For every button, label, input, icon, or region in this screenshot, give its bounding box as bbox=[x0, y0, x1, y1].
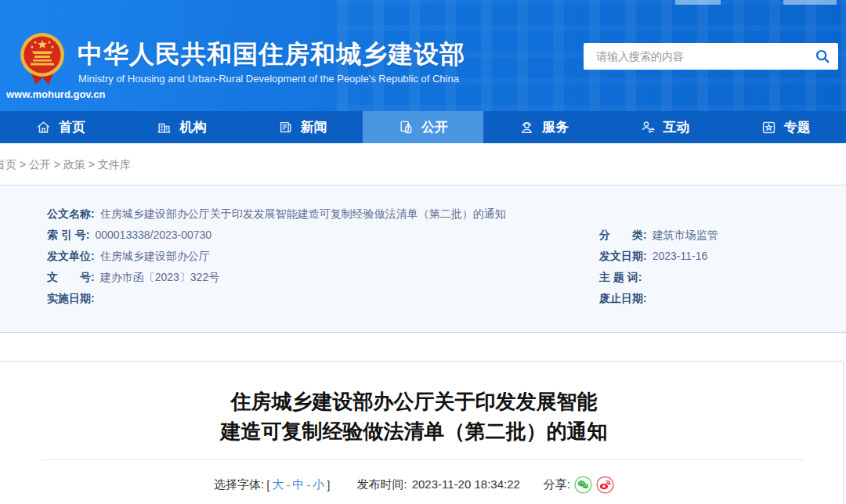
meta-row-implementation-date: 实施日期: bbox=[47, 292, 100, 306]
separator: - bbox=[286, 478, 290, 491]
meta-label: 发文日期: bbox=[599, 250, 647, 262]
share-label: 分享: bbox=[544, 477, 570, 492]
nav-label: 公开 bbox=[421, 118, 448, 136]
breadcrumb-strip: 首页 > 公开 > 政策 > 文件库 bbox=[0, 143, 846, 185]
font-size-small[interactable]: 小 bbox=[313, 477, 324, 492]
meta-row-index-number: 索 引 号:000013338/2023-00730 bbox=[47, 229, 212, 243]
nav-item-service[interactable]: 服务 bbox=[483, 111, 604, 143]
top-links-fragment bbox=[783, 0, 837, 5]
nav-label: 首页 bbox=[59, 118, 85, 136]
site-header: www.mohurd.gov.cn 中华人民共和国住房和城乡建设部 Minist… bbox=[0, 0, 846, 111]
site-title: 中华人民共和国住房和城乡建设部 bbox=[78, 38, 465, 72]
publish-time: 发布时间:2023-11-20 18:34:22 bbox=[357, 477, 520, 492]
topics-icon bbox=[761, 119, 777, 135]
nav-label: 服务 bbox=[542, 118, 569, 136]
home-icon bbox=[35, 119, 52, 135]
article-title-line2: 建造可复制经验做法清单（第二批）的通知 bbox=[0, 416, 843, 446]
meta-row-repeal-date: 废止日期: bbox=[599, 292, 653, 306]
site-url: www.mohurd.gov.cn bbox=[6, 88, 139, 100]
meta-value: 建筑市场监管 bbox=[653, 229, 718, 241]
font-size-selector: 选择字体: [ 大 - 中 - 小 ] bbox=[214, 477, 331, 492]
meta-label: 发文单位: bbox=[47, 250, 95, 262]
font-size-medium[interactable]: 中 bbox=[292, 477, 304, 492]
meta-row-keywords: 主 题 词: bbox=[599, 271, 647, 285]
meta-row-category: 分 类:建筑市场监管 bbox=[599, 229, 718, 243]
bracket-close: ] bbox=[327, 478, 330, 491]
meta-value: 住房城乡建设部办公厅 bbox=[100, 250, 210, 262]
bracket-open: [ bbox=[266, 478, 269, 491]
article-meta-row: 选择字体: [ 大 - 中 - 小 ] 发布时间:2023-11-20 18:3… bbox=[0, 471, 843, 498]
news-icon bbox=[277, 119, 294, 135]
nav-item-interaction[interactable]: 互动 bbox=[604, 111, 725, 143]
article-panel: 住房城乡建设部办公厅关于印发发展智能 建造可复制经验做法清单（第二批）的通知 选… bbox=[0, 361, 844, 504]
interaction-icon bbox=[640, 119, 656, 135]
search-box bbox=[584, 43, 838, 70]
article-divider bbox=[42, 459, 803, 460]
service-icon bbox=[519, 119, 535, 135]
publish-time-value: 2023-11-20 18:34:22 bbox=[412, 477, 520, 491]
meta-value: 住房城乡建设部办公厅关于印发发展智能建造可复制经验做法清单（第二批）的通知 bbox=[100, 207, 506, 220]
meta-label: 主 题 词: bbox=[599, 271, 642, 283]
meta-row-issuing-unit: 发文单位:住房城乡建设部办公厅 bbox=[47, 250, 210, 264]
nav-item-news[interactable]: 新闻 bbox=[242, 111, 363, 143]
meta-label: 索 引 号: bbox=[47, 229, 89, 241]
meta-label: 分 类: bbox=[599, 229, 647, 241]
meta-row-doc-number: 文 号:建办市函〔2023〕322号 bbox=[47, 271, 219, 285]
nav-item-home[interactable]: 首页 bbox=[0, 111, 121, 143]
search-input[interactable] bbox=[595, 49, 807, 63]
wechat-icon[interactable] bbox=[574, 476, 592, 494]
nav-label: 机构 bbox=[179, 118, 206, 136]
meta-row-issue-date: 发文日期:2023-11-16 bbox=[599, 250, 707, 264]
meta-label: 废止日期: bbox=[599, 292, 647, 304]
organization-icon bbox=[156, 119, 172, 135]
nav-item-organization[interactable]: 机构 bbox=[121, 111, 241, 143]
nav-label: 新闻 bbox=[301, 118, 327, 136]
nav-label: 专题 bbox=[784, 118, 811, 136]
nav-item-disclosure[interactable]: 公开 bbox=[363, 111, 483, 143]
weibo-icon[interactable] bbox=[596, 476, 614, 494]
font-size-large[interactable]: 大 bbox=[272, 477, 284, 492]
font-select-label: 选择字体: bbox=[214, 477, 264, 492]
nav-label: 互动 bbox=[663, 118, 690, 136]
meta-value: 2023-11-16 bbox=[653, 250, 708, 262]
site-subtitle-en: Ministry of Housing and Urban-Rural Deve… bbox=[78, 73, 459, 85]
share-group: 分享: bbox=[544, 476, 614, 494]
search-icon[interactable] bbox=[807, 43, 838, 70]
meta-row-doc-name: 公文名称:住房城乡建设部办公厅关于印发发展智能建造可复制经验做法清单（第二批）的… bbox=[47, 207, 506, 221]
national-emblem-logo bbox=[17, 31, 67, 88]
disclosure-icon bbox=[398, 119, 414, 135]
separator: - bbox=[306, 478, 310, 491]
breadcrumb[interactable]: 首页 > 公开 > 政策 > 文件库 bbox=[0, 158, 131, 172]
top-links-fragment bbox=[675, 0, 721, 5]
meta-value: 000013338/2023-00730 bbox=[95, 229, 212, 241]
article-title-line1: 住房城乡建设部办公厅关于印发发展智能 bbox=[0, 387, 843, 416]
meta-label: 实施日期: bbox=[47, 292, 95, 304]
article-title: 住房城乡建设部办公厅关于印发发展智能 建造可复制经验做法清单（第二批）的通知 bbox=[0, 387, 843, 446]
nav-item-topics[interactable]: 专题 bbox=[725, 111, 846, 143]
publish-time-label: 发布时间: bbox=[357, 477, 407, 491]
meta-label: 文 号: bbox=[47, 271, 95, 283]
meta-label: 公文名称: bbox=[47, 207, 95, 220]
meta-value: 建办市函〔2023〕322号 bbox=[100, 271, 220, 283]
main-nav: 首页 机构 新闻 公开 服务 bbox=[0, 111, 846, 143]
document-meta-panel: 公文名称:住房城乡建设部办公厅关于印发发展智能建造可复制经验做法清单（第二批）的… bbox=[0, 185, 846, 333]
